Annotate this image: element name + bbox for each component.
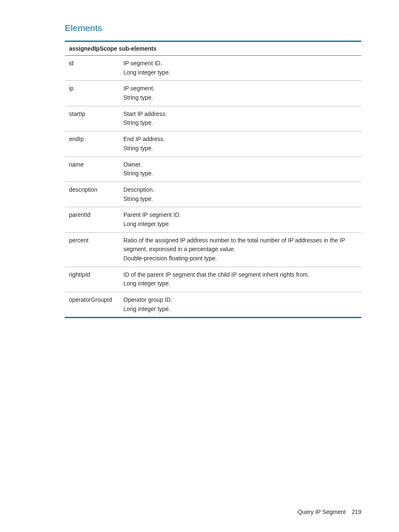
- element-description: IP segment ID.Long integer type.: [119, 56, 361, 81]
- element-name: id: [65, 56, 119, 81]
- element-name: ip: [65, 81, 119, 106]
- element-name: startIp: [65, 106, 119, 131]
- section-heading: Elements: [65, 23, 361, 33]
- description-line: String type.: [123, 93, 357, 103]
- description-line: End IP address.: [123, 135, 357, 144]
- element-name: rightIpId: [65, 267, 119, 292]
- element-description: Description.String type.: [119, 182, 361, 207]
- footer-page-number: 219: [352, 509, 361, 515]
- table-row: descriptionDescription.String type.: [65, 182, 361, 207]
- table-row: percentRatio of the assigned IP address …: [65, 232, 361, 267]
- description-line: Long integer type.: [123, 305, 357, 314]
- element-name: percent: [65, 232, 119, 267]
- description-line: IP segment.: [123, 84, 357, 93]
- table-row: parentIdParent IP segment ID.Long intege…: [65, 207, 361, 232]
- description-line: Long integer type.: [123, 279, 357, 288]
- description-line: Double-precision floating-point type.: [123, 254, 357, 263]
- description-line: ID of the parent IP segment that the chi…: [123, 270, 357, 280]
- description-line: String type.: [123, 144, 357, 153]
- table-header: assignedIpScope sub-elements: [65, 41, 361, 56]
- description-line: Owner.: [123, 160, 357, 170]
- table-row: endIpEnd IP address.String type.: [65, 131, 361, 157]
- table-row: ipIP segment.String type.: [65, 81, 361, 106]
- element-description: IP segment.String type.: [119, 81, 361, 106]
- table-row: rightIpIdID of the parent IP segment tha…: [65, 267, 361, 292]
- table-row: startIpStart IP address.String type.: [65, 106, 361, 131]
- footer-section: Query IP Segment: [298, 509, 346, 515]
- element-description: ID of the parent IP segment that the chi…: [119, 267, 361, 292]
- element-description: Start IP address.String type.: [119, 106, 361, 131]
- description-line: Description.: [123, 185, 357, 195]
- description-line: IP segment ID.: [123, 59, 357, 68]
- description-line: String type.: [123, 195, 357, 204]
- page-footer: Query IP Segment219: [298, 509, 361, 515]
- description-line: Ratio of the assigned IP address number …: [123, 236, 357, 254]
- element-description: Owner.String type.: [119, 157, 361, 182]
- element-name: name: [65, 157, 119, 182]
- element-name: operatorGroupId: [65, 292, 119, 318]
- element-name: endIp: [65, 131, 119, 157]
- element-description: Parent IP segment ID.Long integer type.: [119, 207, 361, 232]
- element-name: parentId: [65, 207, 119, 232]
- description-line: Start IP address.: [123, 110, 357, 119]
- description-line: String type.: [123, 118, 357, 128]
- description-line: Long integer type.: [123, 68, 357, 77]
- element-description: Operator group ID.Long integer type.: [119, 292, 361, 318]
- elements-table: assignedIpScope sub-elements idIP segmen…: [65, 41, 361, 318]
- element-description: Ratio of the assigned IP address number …: [119, 232, 361, 267]
- table-row: idIP segment ID.Long integer type.: [65, 56, 361, 81]
- element-description: End IP address.String type.: [119, 131, 361, 157]
- table-row: nameOwner.String type.: [65, 157, 361, 182]
- description-line: String type.: [123, 169, 357, 178]
- description-line: Operator group ID.: [123, 296, 357, 305]
- element-name: description: [65, 182, 119, 207]
- description-line: Long integer type.: [123, 220, 357, 229]
- description-line: Parent IP segment ID.: [123, 211, 357, 220]
- table-row: operatorGroupIdOperator group ID.Long in…: [65, 292, 361, 318]
